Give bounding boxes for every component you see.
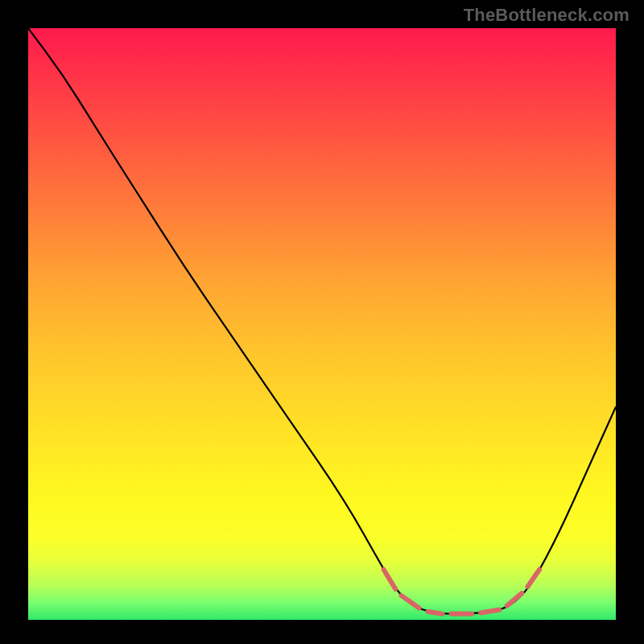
highlight-dash <box>402 596 419 608</box>
highlight-dash <box>507 593 522 606</box>
bottleneck-curve <box>28 28 616 614</box>
chart-svg <box>28 28 616 620</box>
watermark-text: TheBottleneck.com <box>464 5 630 26</box>
highlight-dash <box>384 570 396 589</box>
highlight-dash <box>528 570 540 587</box>
chart-plot-area <box>28 28 616 620</box>
highlight-dash <box>427 612 442 614</box>
optimal-range-highlight <box>384 570 539 614</box>
highlight-dash <box>481 610 499 613</box>
